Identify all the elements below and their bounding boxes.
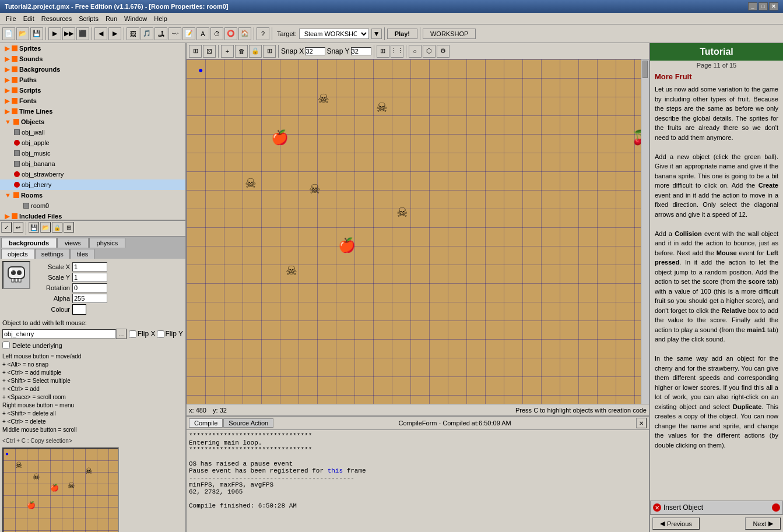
- toolbar-help[interactable]: ?: [257, 27, 269, 40]
- subtab-settings[interactable]: settings: [35, 249, 70, 259]
- toolbar-object[interactable]: ⭕: [224, 27, 237, 40]
- object-name-input[interactable]: [2, 329, 116, 339]
- toolbar-sound[interactable]: 🎵: [141, 27, 153, 40]
- object-browse-btn[interactable]: …: [116, 329, 127, 339]
- compile-tab-compile[interactable]: Compile: [189, 418, 223, 428]
- room-tool-select[interactable]: ⬡: [423, 45, 436, 58]
- tab-physics[interactable]: physics: [89, 238, 126, 248]
- toolbar-stop[interactable]: ⬛: [76, 27, 89, 40]
- flip-x-checkbox[interactable]: [129, 330, 136, 338]
- snap-y-input[interactable]: [351, 47, 371, 55]
- flip-y-checkbox[interactable]: [157, 330, 164, 338]
- scale-x-input[interactable]: [72, 262, 107, 272]
- room-tool-snap[interactable]: ⊞: [189, 45, 202, 58]
- room-tool-settings[interactable]: ⚙: [437, 45, 450, 58]
- toolbar-script[interactable]: 📝: [182, 27, 195, 40]
- room-undo-btn[interactable]: ↩: [13, 222, 23, 232]
- tree-paths[interactable]: ▶ Paths: [0, 75, 185, 85]
- insert-label[interactable]: Insert Object: [663, 503, 703, 512]
- toolbar-bg[interactable]: 🏞: [155, 27, 167, 40]
- tree-rooms[interactable]: ▼ Rooms: [0, 190, 185, 200]
- compile-tab-source[interactable]: Source Action: [223, 418, 273, 428]
- tree-obj-music[interactable]: obj_music: [0, 148, 185, 158]
- subtab-objects[interactable]: objects: [1, 249, 34, 259]
- scale-y-input[interactable]: [72, 273, 107, 282]
- menu-edit[interactable]: Edit: [20, 15, 38, 23]
- room-tool-clear[interactable]: ○: [409, 45, 422, 58]
- next-button[interactable]: Next ▶: [745, 517, 781, 530]
- tree-fonts[interactable]: ▶ Fonts: [0, 96, 185, 106]
- toolbar-timeline[interactable]: ⏱: [210, 27, 223, 40]
- delete-underlying-checkbox[interactable]: [2, 341, 10, 349]
- previous-button[interactable]: ◀ Previous: [652, 517, 700, 530]
- tree-obj-wall[interactable]: obj_wall: [0, 127, 185, 138]
- alpha-input[interactable]: [72, 294, 107, 303]
- minimap[interactable]: ☠ ☠ ☠ ☠ 🍎 🍎 ●: [2, 448, 119, 532]
- object-preview[interactable]: ☠: [2, 261, 30, 289]
- room-snap-btn[interactable]: ⊞: [64, 222, 74, 232]
- room-load-btn[interactable]: 📂: [40, 222, 51, 232]
- canvas-scrollbar[interactable]: [641, 59, 649, 404]
- maximize-button[interactable]: □: [759, 2, 768, 10]
- menu-resources[interactable]: Resources: [38, 15, 76, 23]
- toolbar-sprite[interactable]: 🖼: [127, 27, 139, 40]
- menu-scripts[interactable]: Scripts: [75, 15, 102, 23]
- toolbar-back[interactable]: ◀: [94, 27, 107, 40]
- room-tool-lock[interactable]: 🔒: [249, 45, 262, 58]
- room-tool-del[interactable]: 🗑: [235, 45, 248, 58]
- tree-included-files[interactable]: ▶ Included Files: [0, 211, 185, 221]
- tree-sprites[interactable]: ▶ Sprites: [0, 43, 185, 54]
- workshop-button[interactable]: WORKSHOP: [423, 29, 476, 39]
- subtab-tiles[interactable]: tiles: [71, 249, 95, 259]
- toolbar-path[interactable]: 〰: [168, 27, 181, 40]
- tree-room0[interactable]: room0: [0, 200, 185, 211]
- colour-picker[interactable]: [72, 304, 86, 315]
- snap-x-input[interactable]: [305, 47, 325, 55]
- tree-sounds[interactable]: ▶ Sounds: [0, 54, 185, 64]
- toolbar-open[interactable]: 📂: [16, 27, 29, 40]
- tutorial-page-info: Page 11 of 15: [650, 61, 783, 70]
- toolbar-room[interactable]: 🏠: [238, 27, 251, 40]
- tree-obj-cherry[interactable]: obj_cherry: [0, 179, 185, 190]
- toolbar-forward[interactable]: ▶: [108, 27, 121, 40]
- play-button[interactable]: Play!: [387, 29, 417, 39]
- tree-scripts[interactable]: ▶ Scripts: [0, 85, 185, 96]
- room-canvas-area[interactable]: ● ☠ ☠ ☠ ☠ ☠ ☠ 🍎 🍎 🍒: [187, 59, 649, 404]
- close-button[interactable]: ✕: [769, 2, 778, 10]
- room-lock-btn[interactable]: 🔒: [52, 222, 62, 232]
- room-save-btn[interactable]: 💾: [29, 222, 39, 232]
- room-tool-magnet[interactable]: ⛝: [203, 45, 216, 58]
- obj-preview-area: ☠ Scale X Scale Y Rotation: [0, 259, 185, 318]
- target-dropdown-btn[interactable]: ▼: [371, 29, 382, 39]
- toolbar-save[interactable]: 💾: [30, 27, 43, 40]
- room-tool-snap2[interactable]: ⊞: [263, 45, 276, 58]
- menu-run[interactable]: Run: [102, 15, 121, 23]
- toolbar-run-debug[interactable]: ▶▶: [62, 27, 75, 40]
- minimize-button[interactable]: _: [748, 2, 757, 10]
- room-check-btn[interactable]: ✓: [1, 222, 12, 232]
- menu-help[interactable]: Help: [150, 15, 171, 23]
- rotation-input[interactable]: [72, 283, 107, 293]
- toolbar-run[interactable]: ▶: [48, 27, 61, 40]
- compile-close-btn[interactable]: ✕: [636, 418, 647, 428]
- tab-views[interactable]: views: [57, 238, 89, 248]
- tree-objects[interactable]: ▼ Objects: [0, 117, 185, 127]
- menu-window[interactable]: Window: [121, 15, 150, 23]
- room-tool-grid[interactable]: ⊞: [377, 45, 389, 58]
- room-tool-grid2[interactable]: ⋮⋮: [391, 45, 403, 58]
- compile-blank2: [189, 495, 647, 502]
- minimap-apple1: 🍎: [50, 484, 59, 492]
- target-dropdown[interactable]: Steam WORKSHOP: [299, 29, 369, 39]
- toolbar-font[interactable]: A: [196, 27, 209, 40]
- tree-obj-banana[interactable]: obj_banana: [0, 158, 185, 169]
- tab-backgrounds[interactable]: backgrounds: [1, 238, 57, 248]
- flip-checkboxes: Flip X Flip Y: [129, 330, 183, 338]
- toolbar-new[interactable]: 📄: [2, 27, 15, 40]
- tree-obj-apple[interactable]: obj_apple: [0, 138, 185, 148]
- scrollbar-thumb[interactable]: [642, 61, 648, 78]
- tree-backgrounds[interactable]: ▶ Backgrounds: [0, 64, 185, 75]
- tree-obj-strawberry[interactable]: obj_strawberry: [0, 169, 185, 179]
- tree-timelines[interactable]: ▶ Time Lines: [0, 106, 185, 117]
- room-tool-add-obj[interactable]: +: [221, 45, 234, 58]
- menu-file[interactable]: File: [2, 15, 20, 23]
